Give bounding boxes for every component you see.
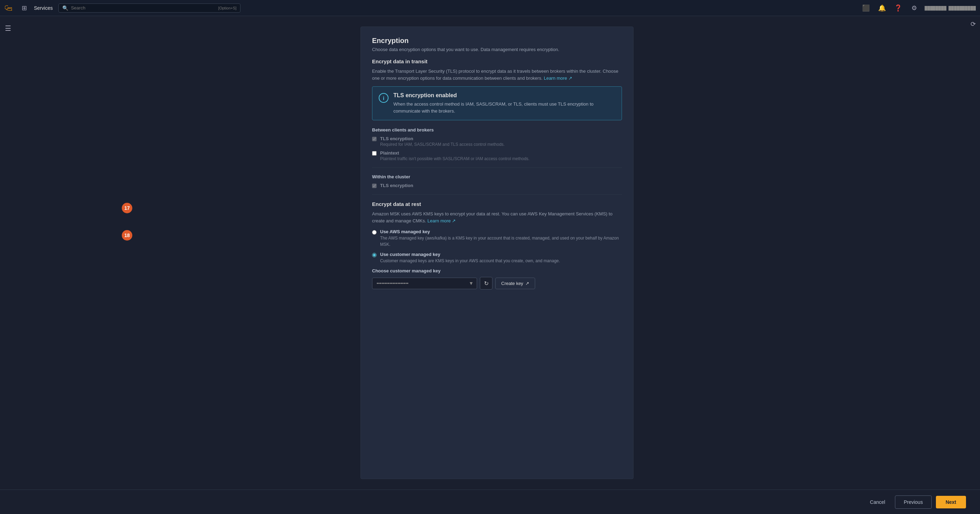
- search-input[interactable]: [71, 5, 216, 11]
- search-bar: 🔍 [Option+S]: [59, 3, 240, 13]
- bell-icon[interactable]: 🔔: [877, 2, 888, 14]
- tls-encryption-label: TLS encryption: [380, 136, 505, 141]
- aws-managed-key-radio[interactable]: [372, 230, 377, 235]
- plaintext-checkbox[interactable]: [372, 151, 377, 155]
- create-key-label: Create key: [501, 281, 523, 286]
- encrypt-rest-desc: Amazon MSK uses AWS KMS keys to encrypt …: [372, 211, 622, 224]
- search-shortcut: [Option+S]: [218, 6, 236, 10]
- cancel-button[interactable]: Cancel: [864, 497, 891, 508]
- tls-encryption-sublabel: Required for IAM, SASL/SCRAM and TLS acc…: [380, 142, 505, 147]
- section-title: Encryption: [372, 37, 622, 45]
- tls-encryption-row: TLS encryption Required for IAM, SASL/SC…: [372, 136, 622, 147]
- tls-info-box: i TLS encryption enabled When the access…: [372, 86, 622, 120]
- create-key-button[interactable]: Create key ↗: [495, 278, 535, 289]
- encrypt-rest-learn-more-link[interactable]: Learn more ↗: [427, 218, 456, 224]
- plaintext-label: Plaintext: [380, 150, 530, 155]
- sidebar-toggle[interactable]: ☰: [0, 20, 16, 36]
- encrypt-transit-desc: Enable the Transport Layer Security (TLS…: [372, 68, 622, 81]
- within-tls-row: TLS encryption: [372, 183, 622, 188]
- encryption-panel: Encryption Choose data encryption option…: [361, 27, 633, 479]
- terminal-icon[interactable]: ⬛: [860, 2, 872, 14]
- key-select[interactable]: ••••••••••••••••••••: [372, 278, 477, 289]
- info-box-desc: When the access control method is IAM, S…: [393, 101, 615, 114]
- aws-logo[interactable]: aws: [4, 2, 17, 14]
- customer-managed-key-radio[interactable]: [372, 253, 377, 257]
- main-wrapper: Encryption Choose data encryption option…: [0, 16, 980, 514]
- username-text: ████████: [925, 6, 947, 10]
- between-clients-brokers-label: Between clients and brokers: [372, 127, 622, 133]
- plaintext-row: Plaintext Plaintext traffic isn't possib…: [372, 150, 622, 161]
- aws-managed-key-row: Use AWS managed key The AWS managed key …: [372, 229, 622, 247]
- settings-icon[interactable]: ⚙: [908, 2, 920, 14]
- customer-managed-key-row: Use customer managed key Customer manage…: [372, 252, 622, 264]
- choose-key-row: •••••••••••••••••••• ▼ ↻ Create key ↗: [372, 277, 622, 290]
- section-desc: Choose data encryption options that you …: [372, 47, 622, 52]
- top-navigation: aws ⊞ Services 🔍 [Option+S] ⬛ 🔔 ❓ ⚙ ████…: [0, 0, 980, 16]
- key-select-wrapper: •••••••••••••••••••• ▼: [372, 278, 477, 289]
- choose-key-label: Choose customer managed key: [372, 268, 622, 273]
- right-panel-icon[interactable]: ⟳: [970, 20, 976, 28]
- grid-icon[interactable]: ⊞: [20, 4, 29, 12]
- user-menu[interactable]: ████████ ██████████: [925, 6, 976, 10]
- svg-text:aws: aws: [7, 6, 12, 9]
- create-key-external-icon: ↗: [525, 281, 529, 286]
- nav-icons: ⬛ 🔔 ❓ ⚙ ████████ ██████████: [860, 2, 976, 14]
- refresh-button[interactable]: ↻: [480, 277, 492, 290]
- divider-2: [372, 194, 622, 195]
- search-icon: 🔍: [62, 5, 68, 11]
- help-icon[interactable]: ❓: [892, 2, 904, 14]
- refresh-icon: ↻: [484, 280, 488, 287]
- content-area: Encryption Choose data encryption option…: [0, 16, 980, 514]
- aws-managed-key-label: Use AWS managed key: [380, 229, 622, 234]
- within-tls-label: TLS encryption: [380, 183, 414, 188]
- step-badge-18: 18: [122, 230, 132, 241]
- next-button[interactable]: Next: [936, 496, 966, 508]
- account-text: ██████████: [948, 6, 976, 10]
- customer-managed-key-sublabel: Customer managed keys are KMS keys in yo…: [380, 258, 560, 264]
- info-circle-icon: i: [379, 93, 388, 103]
- customer-managed-key-label: Use customer managed key: [380, 252, 560, 257]
- within-cluster-label: Within the cluster: [372, 174, 622, 179]
- encrypt-transit-learn-more-link[interactable]: Learn more ↗: [544, 76, 572, 81]
- tls-encryption-checkbox[interactable]: [372, 137, 377, 141]
- within-tls-checkbox[interactable]: [372, 184, 377, 188]
- info-box-title: TLS encryption enabled: [393, 92, 615, 98]
- step-badge-17: 17: [122, 203, 132, 213]
- aws-managed-key-sublabel: The AWS managed key (aws/kafka) is a KMS…: [380, 235, 622, 247]
- encrypt-rest-title: Encrypt data at rest: [372, 201, 622, 207]
- plaintext-sublabel: Plaintext traffic isn't possible with SA…: [380, 156, 530, 161]
- previous-button[interactable]: Previous: [895, 495, 931, 509]
- encrypt-transit-title: Encrypt data in transit: [372, 59, 622, 64]
- bottom-bar: Cancel Previous Next: [0, 490, 980, 514]
- services-button[interactable]: Services: [32, 5, 55, 11]
